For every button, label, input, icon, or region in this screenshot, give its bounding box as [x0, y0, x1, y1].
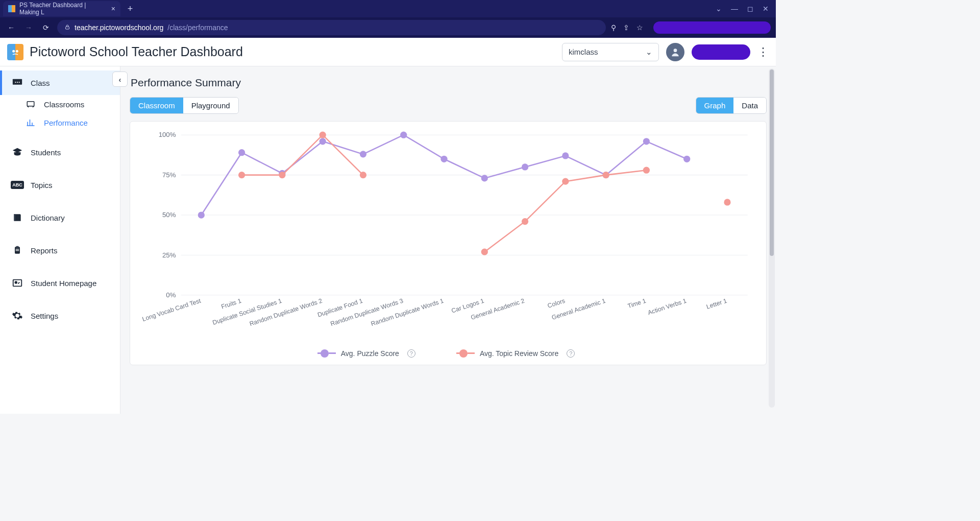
profile-redacted: [653, 21, 771, 34]
legend-label: Avg. Puzzle Score: [341, 349, 399, 358]
sidebar-item-label: Class: [31, 79, 50, 87]
svg-point-59: [481, 249, 488, 255]
svg-point-63: [643, 167, 650, 174]
svg-point-46: [360, 151, 366, 157]
clipboard-icon: [11, 244, 23, 256]
window-controls: ⌄ — ◻ ✕: [716, 5, 773, 13]
svg-rect-16: [13, 280, 22, 287]
reload-button[interactable]: ⟳: [40, 23, 52, 32]
svg-text:Fruits 1: Fruits 1: [220, 297, 242, 311]
tab-title: PS Teacher Dashboard | Making L: [19, 2, 104, 16]
svg-point-53: [643, 138, 650, 145]
sidebar-item-label: Classrooms: [44, 100, 84, 109]
svg-text:100%: 100%: [159, 131, 176, 138]
classroom-icon: [24, 98, 37, 110]
class-select[interactable]: kimclass ⌄: [562, 43, 659, 61]
svg-rect-10: [27, 102, 34, 106]
svg-rect-15: [16, 250, 19, 251]
new-tab-button[interactable]: +: [124, 2, 137, 15]
collapse-sidebar-button[interactable]: ‹: [112, 72, 128, 87]
svg-point-9: [19, 82, 20, 83]
legend-label: Avg. Topic Review Score: [480, 349, 558, 358]
tab-favicon-icon: [8, 5, 15, 12]
sidebar-item-label: Reports: [31, 246, 58, 255]
sidebar-item-reports[interactable]: Reports: [0, 238, 120, 263]
bookmark-star-icon[interactable]: ☆: [636, 23, 643, 32]
address-row: ← → ⟳ teacher.pictowordschool.org/class/…: [0, 17, 776, 38]
sidebar-item-label: Dictionary: [31, 214, 65, 222]
sidebar-item-students[interactable]: Students: [0, 140, 120, 164]
sidebar-item-classrooms[interactable]: Classrooms: [0, 95, 120, 113]
sidebar: ‹ Class Classrooms Performance: [0, 66, 120, 414]
abc-icon: ABC: [11, 179, 23, 191]
svg-text:Random Duplicate Words 1: Random Duplicate Words 1: [370, 297, 445, 327]
more-menu-button[interactable]: ⋮: [757, 45, 769, 59]
svg-text:Time 1: Time 1: [627, 297, 647, 310]
url-host: teacher.pictowordschool.org: [75, 23, 163, 32]
svg-point-51: [562, 152, 569, 159]
sidebar-item-student-homepage[interactable]: Student Homepage: [0, 271, 120, 295]
sidebar-item-dictionary[interactable]: Dictionary: [0, 205, 120, 230]
window-maximize-icon[interactable]: ◻: [747, 5, 753, 13]
svg-point-61: [562, 178, 569, 185]
svg-text:Random Duplicate Words 3: Random Duplicate Words 3: [330, 297, 404, 327]
svg-point-43: [238, 149, 245, 156]
browser-tab[interactable]: PS Teacher Dashboard | Making L ×: [3, 1, 120, 16]
svg-point-17: [15, 281, 17, 283]
chevron-down-icon[interactable]: ⌄: [716, 5, 722, 13]
svg-text:Duplicate Social Studies 1: Duplicate Social Studies 1: [212, 297, 283, 326]
help-icon[interactable]: ?: [407, 349, 415, 358]
svg-text:Action Verbs 1: Action Verbs 1: [647, 297, 687, 317]
window-minimize-icon[interactable]: —: [731, 5, 738, 13]
graduation-cap-icon: [11, 146, 23, 158]
svg-text:Random Duplicate Words 2: Random Duplicate Words 2: [249, 297, 323, 327]
svg-rect-11: [14, 214, 15, 221]
svg-point-56: [279, 172, 285, 178]
share-icon[interactable]: ⇪: [623, 23, 629, 32]
tab-graph[interactable]: Graph: [696, 98, 734, 113]
svg-text:0%: 0%: [166, 291, 176, 299]
chevron-down-icon: ⌄: [646, 48, 652, 57]
forward-button[interactable]: →: [22, 23, 35, 32]
legend-puzzle: Avg. Puzzle Score ?: [317, 349, 415, 358]
sidebar-item-label: Student Homepage: [31, 279, 96, 288]
sidebar-item-performance[interactable]: Performance: [0, 113, 120, 132]
svg-point-47: [400, 132, 407, 138]
svg-point-54: [683, 156, 690, 162]
address-bar[interactable]: teacher.pictowordschool.org/class/perfor…: [57, 20, 606, 35]
url-path: /class/performance: [167, 23, 228, 32]
page-title: Performance Summary: [131, 77, 767, 89]
back-button[interactable]: ←: [5, 23, 17, 32]
svg-point-45: [320, 138, 326, 145]
help-icon[interactable]: ?: [567, 349, 575, 358]
tab-close-icon[interactable]: ×: [111, 5, 115, 12]
scrollbar[interactable]: [769, 68, 775, 408]
sidebar-item-class[interactable]: Class: [0, 70, 120, 95]
svg-point-48: [440, 156, 447, 162]
svg-point-3: [12, 50, 15, 52]
chart-icon: [24, 116, 37, 129]
tab-data[interactable]: Data: [733, 98, 766, 113]
svg-rect-13: [16, 246, 19, 248]
tab-playground[interactable]: Playground: [183, 98, 238, 113]
window-close-icon[interactable]: ✕: [763, 5, 769, 13]
content-area: Performance Summary Classroom Playground…: [120, 66, 776, 414]
svg-point-62: [603, 172, 609, 178]
key-icon[interactable]: ⚲: [611, 23, 616, 32]
user-name-redacted: [692, 44, 750, 60]
svg-text:25%: 25%: [162, 251, 176, 259]
sidebar-item-topics[interactable]: ABC Topics: [0, 173, 120, 197]
tab-classroom[interactable]: Classroom: [130, 98, 183, 113]
app-header: Pictoword School Teacher Dashboard kimcl…: [0, 38, 776, 66]
svg-point-57: [320, 132, 326, 138]
svg-rect-1: [12, 5, 15, 12]
gear-icon: [11, 310, 23, 322]
svg-point-55: [238, 172, 245, 178]
svg-text:Long Vocab Card Test: Long Vocab Card Test: [141, 297, 202, 323]
svg-point-64: [724, 199, 730, 205]
lock-icon: [64, 23, 70, 32]
svg-point-8: [17, 82, 18, 83]
avatar[interactable]: [666, 43, 684, 61]
svg-rect-14: [16, 249, 19, 250]
sidebar-item-settings[interactable]: Settings: [0, 303, 120, 328]
